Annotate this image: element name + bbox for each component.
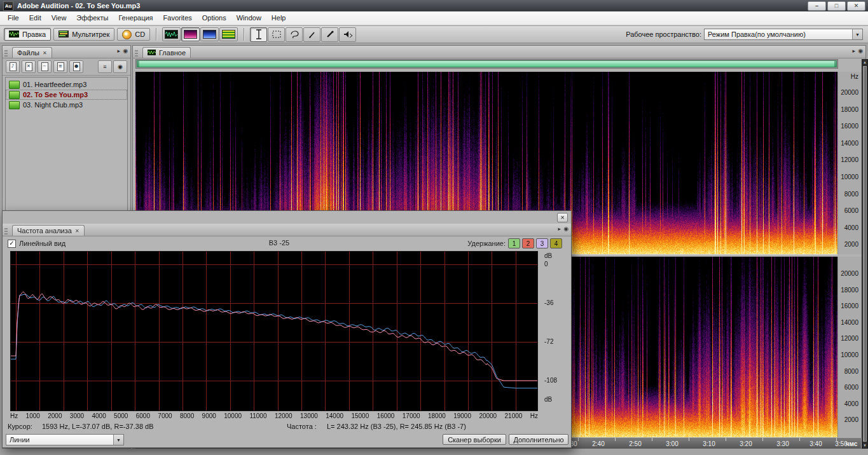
files-tab[interactable]: Файлы ✕ <box>12 47 52 58</box>
x-axis-tick: 1000 <box>26 412 40 421</box>
file-item-0[interactable]: 01. Heartfeeder.mp3 <box>6 79 127 90</box>
menu-item-7[interactable]: Window <box>231 11 266 25</box>
vertical-scrollbar[interactable]: ▲ ▼ <box>862 59 868 449</box>
multitrack-button[interactable]: Мультитрек <box>53 28 114 41</box>
scan-selection-button[interactable]: Сканер выборки <box>443 434 506 445</box>
hold-button-2[interactable]: 2 <box>522 238 534 248</box>
panel-menu-icon[interactable]: ◉ <box>123 48 128 54</box>
title-bar[interactable]: Au Adobe Audition - 02. To See You.mp3 –… <box>0 0 868 11</box>
spectral-frequency-view-button[interactable] <box>181 27 200 41</box>
maximize-button[interactable]: □ <box>827 1 846 11</box>
panel-grip[interactable] <box>135 50 138 57</box>
audio-file-icon <box>9 91 20 99</box>
effects-paintbrush-tool-button[interactable] <box>303 27 320 42</box>
files-show-icon: ◉ <box>118 64 123 70</box>
x-axis-tick: 6000 <box>136 412 150 421</box>
edit-file-button[interactable]: ~ <box>38 60 52 73</box>
x-axis-tick: 2000 <box>48 412 62 421</box>
analysis-window-close-button[interactable]: ✕ <box>557 213 568 222</box>
scrub-tool-icon <box>342 29 354 40</box>
insert-into-multitrack-button[interactable]: ≡ <box>53 60 67 73</box>
workspace-dropdown-arrow-icon[interactable]: ▼ <box>852 29 862 39</box>
workspace-dropdown[interactable]: Режим Правка(по умолчанию) ▼ <box>704 29 863 40</box>
main-panel-header[interactable]: Главное ▸ ◉ <box>133 46 865 58</box>
panel-menu-icon[interactable]: ◉ <box>858 48 863 54</box>
scroll-down-icon[interactable]: ▼ <box>862 444 867 447</box>
close-file-icon: ✕ <box>25 62 32 71</box>
time-selection-tool-button[interactable] <box>250 27 267 42</box>
panel-menu-icon[interactable]: ◉ <box>563 226 568 232</box>
file-item-2[interactable]: 03. Night Club.mp3 <box>6 100 127 110</box>
analysis-plot[interactable] <box>11 252 537 411</box>
linear-view-checkbox[interactable]: ✓ <box>8 240 16 248</box>
close-button[interactable]: ✕ <box>847 1 865 11</box>
effects-paintbrush-tool-icon <box>307 29 318 40</box>
spectral-pan-view-button[interactable] <box>200 27 219 41</box>
minimize-button[interactable]: – <box>808 1 826 11</box>
spot-healing-tool-button[interactable] <box>321 27 338 42</box>
panel-flyout-icon[interactable]: ▸ <box>118 48 121 54</box>
menu-item-3[interactable]: Эффекты <box>71 11 113 25</box>
analysis-tab[interactable]: Частота анализа ✕ <box>12 225 85 236</box>
freq-ruler-bottom[interactable]: 2000018000160001400012000100008000600040… <box>837 257 861 437</box>
frequency-analysis-window[interactable]: ✕ Частота анализа ✕ ▸ ◉ ✓ Линейный вид B… <box>2 210 572 448</box>
tool-group <box>250 27 356 42</box>
range-bar[interactable] <box>137 60 837 67</box>
display-mode-dropdown[interactable]: Линии ▼ <box>6 434 124 445</box>
lasso-selection-tool-button[interactable] <box>286 27 303 42</box>
files-tab-close-icon[interactable]: ✕ <box>43 50 47 56</box>
spectral-phase-view-button[interactable] <box>219 27 238 41</box>
analysis-tab-close-icon[interactable]: ✕ <box>75 228 79 234</box>
timeline-label: 3:00 <box>666 440 678 447</box>
display-mode-arrow-icon[interactable]: ▼ <box>113 435 123 445</box>
menu-item-8[interactable]: Help <box>266 11 291 25</box>
hold-button-3[interactable]: 3 <box>536 238 548 248</box>
file-item-1[interactable]: 02. To See You.mp3 <box>6 90 127 100</box>
menu-item-4[interactable]: Генерация <box>113 11 158 25</box>
freq-tick-label: 10000 <box>841 352 858 358</box>
analysis-header[interactable]: Частота анализа ✕ ▸ ◉ <box>3 224 571 236</box>
hold-button-4[interactable]: 4 <box>550 238 562 248</box>
menu-item-2[interactable]: View <box>46 11 72 25</box>
menu-item-5[interactable]: Favorites <box>158 11 197 25</box>
analysis-panel-buttons: ▸ ◉ <box>558 226 568 232</box>
x-axis-tick: 21000 <box>505 412 523 421</box>
freq-tick-label: 20000 <box>841 271 858 277</box>
menu-item-0[interactable]: File <box>3 11 24 25</box>
scrub-tool-button[interactable] <box>339 27 356 42</box>
panel-flyout-icon[interactable]: ▸ <box>853 48 856 54</box>
x-axis-tick: 10000 <box>224 412 242 421</box>
cd-button[interactable]: CD <box>117 28 150 41</box>
panel-grip[interactable] <box>4 228 8 234</box>
import-file-button[interactable]: ♪ <box>6 60 20 73</box>
panel-grip[interactable] <box>4 50 8 57</box>
panel-flyout-icon[interactable]: ▸ <box>558 226 561 232</box>
files-options-button[interactable]: ≡ <box>98 60 112 73</box>
x-axis-tick: 9000 <box>202 412 216 421</box>
menu-item-6[interactable]: Options <box>197 11 231 25</box>
edit-view-button[interactable]: Правка <box>4 28 51 41</box>
main-tab[interactable]: Главное <box>142 47 191 58</box>
scrollbar-thumb[interactable] <box>863 66 867 442</box>
menu-item-1[interactable]: Edit <box>24 11 46 25</box>
files-show-button[interactable]: ◉ <box>113 60 127 73</box>
workspace-label: Рабочее пространство: <box>626 31 701 38</box>
advanced-button[interactable]: Дополнительно <box>509 434 568 445</box>
x-axis-tick: 4000 <box>92 412 106 421</box>
scroll-up-icon[interactable]: ▲ <box>862 60 867 64</box>
waveform-view-button[interactable] <box>162 27 181 41</box>
multitrack-label: Мультитрек <box>72 31 109 38</box>
audio-file-icon <box>9 81 20 89</box>
files-panel-header[interactable]: Файлы ✕ ▸ ◉ <box>3 46 130 58</box>
freq-ruler-top[interactable]: Hz20000180001600014000120001000080006000… <box>837 72 861 254</box>
cursor-label: Курсор: <box>8 423 32 430</box>
analysis-x-axis: Hz10002000300040005000600070008000900010… <box>10 412 538 421</box>
close-file-button[interactable]: ✕ <box>22 60 36 73</box>
edit-view-label: Правка <box>22 31 46 38</box>
insert-into-cd-button[interactable]: ● <box>69 60 83 73</box>
spot-healing-tool-icon <box>324 29 336 40</box>
hold-button-1[interactable]: 1 <box>508 238 520 248</box>
x-axis-tick: 18000 <box>428 412 446 421</box>
marquee-selection-tool-button[interactable] <box>268 27 285 42</box>
range-track[interactable] <box>135 59 838 69</box>
